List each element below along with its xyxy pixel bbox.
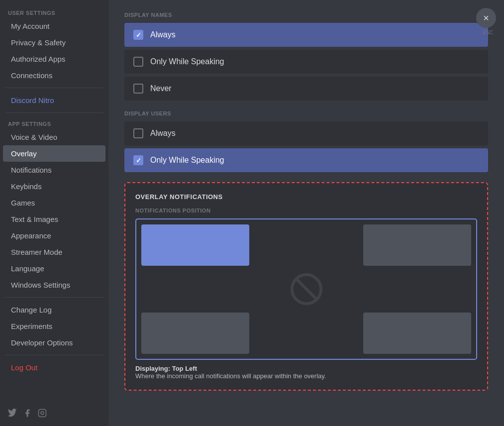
position-grid-wrapper [135, 218, 477, 360]
display-names-never-option[interactable]: Never [124, 77, 488, 101]
display-names-speaking-label: Only While Speaking [150, 57, 224, 66]
sidebar-divider-2 [5, 112, 103, 113]
position-top-left[interactable] [141, 224, 249, 266]
sidebar-item-streamer-mode[interactable]: Streamer Mode [3, 244, 105, 260]
sidebar: User Settings My Account Privacy & Safet… [0, 0, 108, 426]
display-users-always-checkbox[interactable] [133, 128, 143, 138]
display-users-speaking-checkbox[interactable] [133, 155, 143, 165]
display-names-speaking-checkbox[interactable] [133, 57, 143, 67]
sidebar-item-authorized-apps[interactable]: Authorized Apps [3, 51, 105, 67]
sidebar-item-windows-settings[interactable]: Windows Settings [3, 277, 105, 293]
position-top-right[interactable] [363, 224, 471, 266]
display-users-speaking-option[interactable]: Only While Speaking [124, 148, 488, 172]
display-names-only-while-speaking-option[interactable]: Only While Speaking [124, 50, 488, 74]
sidebar-item-notifications[interactable]: Notifications [3, 162, 105, 178]
sidebar-item-games[interactable]: Games [3, 195, 105, 211]
position-middle-left[interactable] [141, 269, 249, 310]
position-bottom-center[interactable] [252, 313, 360, 354]
sidebar-item-experiments[interactable]: Experiments [3, 318, 105, 334]
sidebar-item-language[interactable]: Language [3, 260, 105, 277]
position-displaying: Displaying: Top Left [135, 365, 197, 372]
display-names-never-checkbox[interactable] [133, 84, 143, 94]
sidebar-item-logout[interactable]: Log Out [3, 359, 105, 376]
close-icon: × [483, 12, 489, 24]
twitter-icon[interactable] [8, 409, 17, 420]
position-center [252, 269, 360, 310]
sidebar-item-developer-options[interactable]: Developer Options [3, 334, 105, 351]
sidebar-item-discord-nitro[interactable]: Discord Nitro [3, 92, 105, 108]
display-users-speaking-label: Only While Speaking [150, 156, 224, 165]
sidebar-section-user-settings: User Settings [0, 6, 108, 18]
sidebar-social [0, 403, 108, 426]
sidebar-item-voice-video[interactable]: Voice & Video [3, 129, 105, 145]
sidebar-item-my-account[interactable]: My Account [3, 18, 105, 34]
sidebar-item-text-images[interactable]: Text & Images [3, 211, 105, 227]
main-content: Display Names Always Only While Speaking… [108, 0, 504, 426]
svg-line-3 [296, 279, 316, 299]
sidebar-item-overlay[interactable]: Overlay [3, 145, 105, 162]
close-esc-label: ESC [483, 30, 493, 35]
display-names-section: Display Names Always Only While Speaking… [124, 12, 488, 101]
sidebar-divider-4 [5, 355, 103, 355]
position-grid [141, 224, 471, 354]
display-names-always-checkbox[interactable] [133, 30, 143, 40]
overlay-notifications-box: Overlay Notifications Notifications Posi… [124, 182, 488, 391]
notif-position-label: Notifications Position [135, 208, 477, 213]
overlay-notif-title: Overlay Notifications [135, 193, 477, 201]
sidebar-item-connections[interactable]: Connections [3, 67, 105, 84]
sidebar-item-appearance[interactable]: Appearance [3, 227, 105, 244]
display-names-always-label: Always [150, 30, 176, 39]
svg-rect-0 [39, 410, 46, 417]
position-top-center[interactable] [252, 224, 360, 266]
instagram-icon[interactable] [38, 409, 47, 420]
display-users-always-option[interactable]: Always [124, 121, 488, 145]
sidebar-divider-3 [5, 297, 103, 298]
position-bottom-right[interactable] [363, 313, 471, 354]
sidebar-section-app-settings: App Settings [0, 117, 108, 129]
position-middle-right[interactable] [363, 269, 471, 310]
display-users-always-label: Always [150, 129, 176, 138]
no-sign-icon [289, 272, 324, 307]
display-names-never-label: Never [150, 84, 172, 93]
position-info: Displaying: Top Left Where the incoming … [135, 365, 477, 380]
facebook-icon[interactable] [23, 409, 32, 420]
sidebar-item-change-log[interactable]: Change Log [3, 302, 105, 318]
display-names-label: Display Names [124, 12, 488, 18]
position-bottom-left[interactable] [141, 313, 249, 354]
sidebar-item-privacy-safety[interactable]: Privacy & Safety [3, 34, 105, 51]
display-users-section: Display Users Always Only While Speaking [124, 110, 488, 172]
close-button[interactable]: × [476, 8, 496, 28]
sidebar-item-keybinds[interactable]: Keybinds [3, 178, 105, 195]
sidebar-divider-1 [5, 88, 103, 88]
display-names-always-option[interactable]: Always [124, 23, 488, 47]
position-desc: Where the incoming call notifications wi… [135, 372, 326, 380]
display-users-label: Display Users [124, 110, 488, 116]
